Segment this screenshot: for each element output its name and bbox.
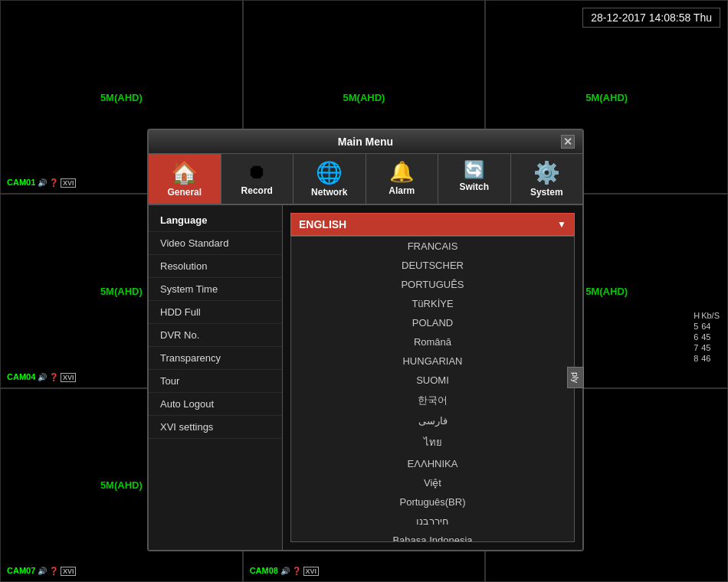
language-dropdown-header[interactable]: ENGLISH ▼: [290, 213, 575, 236]
lang-viet[interactable]: Việt: [291, 473, 574, 492]
cam6-res: 5M(AHD): [585, 285, 628, 296]
lang-portuguesbr[interactable]: Português(BR): [291, 492, 574, 512]
lang-suomi[interactable]: SUOMI: [291, 371, 574, 390]
tab-record-label: Record: [241, 185, 273, 196]
sidebar-item-tour[interactable]: Tour: [149, 370, 282, 393]
tab-bar: 🏠 General ⏺ Record 🌐 Network 🔔 Alarm 🔄 S…: [149, 154, 582, 205]
alarm-icon: 🔔: [389, 160, 414, 184]
tab-general[interactable]: 🏠 General: [149, 154, 221, 204]
general-icon: 🏠: [171, 160, 198, 185]
menu-content: Language Video Standard Resolution Syste…: [149, 205, 582, 550]
sidebar-item-hdd-full[interactable]: HDD Full: [149, 301, 282, 324]
tab-system-label: System: [530, 187, 563, 198]
tab-network-label: Network: [311, 187, 347, 198]
lang-korean[interactable]: 한국어: [291, 390, 574, 411]
selected-language: ENGLISH: [299, 218, 346, 231]
sidebar-item-auto-logout[interactable]: Auto Logout: [149, 393, 282, 416]
sidebar-item-transparency[interactable]: Transparency: [149, 347, 282, 370]
tab-record[interactable]: ⏺ Record: [221, 154, 294, 204]
menu-sidebar: Language Video Standard Resolution Syste…: [149, 205, 283, 550]
tab-network[interactable]: 🌐 Network: [293, 154, 366, 204]
cam4-res: 5M(AHD): [100, 285, 143, 296]
lang-hebrew[interactable]: חיררבנו: [291, 512, 574, 531]
tab-general-label: General: [167, 187, 202, 198]
system-icon: ⚙️: [533, 160, 560, 185]
cam1-res: 5M(AHD): [100, 91, 143, 103]
menu-titlebar: Main Menu ✕: [149, 130, 582, 154]
tab-switch-label: Switch: [459, 181, 489, 192]
apply-button-container: ply: [567, 367, 584, 388]
cam1-label: CAM01 🔊 ❓ XVI: [7, 178, 76, 187]
tab-alarm[interactable]: 🔔 Alarm: [366, 154, 439, 204]
lang-turkiye[interactable]: TüRKİYE: [291, 294, 574, 313]
lang-greek[interactable]: ΕΛΛΗΝΙΚΑ: [291, 454, 574, 473]
dropdown-arrow-icon: ▼: [557, 219, 566, 230]
cam3-res: 5M(AHD): [585, 91, 628, 103]
datetime-display: 28-12-2017 14:08:58 Thu: [582, 8, 720, 28]
cam7-res: 5M(AHD): [100, 479, 143, 491]
lang-thai[interactable]: ไทย: [291, 430, 574, 454]
menu-close-button[interactable]: ✕: [561, 135, 575, 149]
sidebar-item-video-standard[interactable]: Video Standard: [149, 232, 282, 255]
cam7-label: CAM07 🔊 ❓ XVI: [7, 566, 76, 575]
lang-hungarian[interactable]: HUNGARIAN: [291, 351, 574, 371]
cam2-res: 5M(AHD): [343, 91, 385, 103]
cam4-label: CAM04 🔊 ❓ XVI: [7, 372, 76, 381]
menu-right-panel: ENGLISH ▼ FRANCAIS DEUTSCHER PORTUGUÊS T…: [283, 205, 582, 550]
language-dropdown: ENGLISH ▼ FRANCAIS DEUTSCHER PORTUGUÊS T…: [290, 213, 575, 542]
apply-button[interactable]: ply: [567, 367, 584, 388]
lang-portugues[interactable]: PORTUGUÊS: [291, 275, 574, 294]
tab-system[interactable]: ⚙️ System: [511, 154, 583, 204]
lang-bahasa[interactable]: Bahasa Indonesia: [291, 531, 574, 542]
switch-icon: 🔄: [464, 160, 484, 180]
cam8-label: CAM08 🔊 ❓ XVI: [250, 566, 319, 575]
record-icon: ⏺: [247, 160, 267, 184]
network-icon: 🌐: [316, 160, 343, 185]
tab-switch[interactable]: 🔄 Switch: [438, 154, 511, 204]
main-menu-dialog: Main Menu ✕ 🏠 General ⏺ Record 🌐 Network…: [147, 129, 584, 551]
language-list[interactable]: FRANCAIS DEUTSCHER PORTUGUÊS TüRKİYE POL…: [290, 236, 575, 542]
sidebar-item-dvr-no[interactable]: DVR No.: [149, 324, 282, 347]
sidebar-item-xvi-settings[interactable]: XVI settings: [149, 416, 282, 439]
lang-poland[interactable]: POLAND: [291, 313, 574, 332]
menu-title: Main Menu: [170, 136, 561, 148]
sidebar-item-language[interactable]: Language: [149, 209, 282, 232]
network-stats: H Kb/S 564 645 745 846: [692, 309, 721, 365]
lang-francais[interactable]: FRANCAIS: [291, 237, 574, 256]
lang-deutscher[interactable]: DEUTSCHER: [291, 256, 574, 275]
sidebar-item-resolution[interactable]: Resolution: [149, 255, 282, 278]
lang-farsi[interactable]: فارسی: [291, 411, 574, 430]
lang-romana[interactable]: Română: [291, 332, 574, 351]
sidebar-item-system-time[interactable]: System Time: [149, 278, 282, 301]
tab-alarm-label: Alarm: [389, 185, 415, 196]
